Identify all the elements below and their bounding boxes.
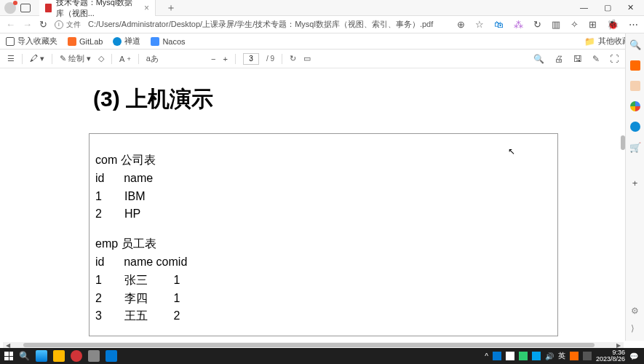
pdf-toolbar: ☰ 🖍 ▾ ✎ 绘制 ▾ ◇ A+ aあ − + / 9 ↻ ▭ 🔍 🖨 🖫 ✎… bbox=[0, 50, 644, 68]
shopping-sidebar-icon[interactable] bbox=[630, 60, 640, 71]
doc-content-box: com 公司表 id name 1 IBM 2 HP emp 员工表 id na… bbox=[89, 133, 558, 336]
tray-icon-3[interactable] bbox=[519, 352, 528, 360]
pdf-viewport[interactable]: (3) 上机演示 com 公司表 id name 1 IBM 2 HP emp … bbox=[0, 68, 624, 341]
tray-icon-2[interactable] bbox=[506, 352, 514, 360]
horizontal-scrollbar-thumb[interactable] bbox=[23, 343, 595, 347]
copilot-icon[interactable]: ⁂ bbox=[514, 19, 523, 30]
fullscreen-button[interactable]: ⛶ bbox=[610, 54, 619, 64]
more-icon[interactable]: ⋯ bbox=[629, 19, 638, 30]
tray-icon-6[interactable] bbox=[583, 352, 592, 360]
app-sidebar-icon[interactable] bbox=[630, 122, 640, 132]
page-number-input[interactable] bbox=[243, 53, 259, 65]
bookmark-gitlab[interactable]: GitLab bbox=[68, 37, 103, 46]
doc-line: emp 员工表 bbox=[95, 235, 557, 253]
doc-line: com 公司表 bbox=[95, 151, 557, 170]
address-bar: ← → ↻ i 文件 C:/Users/Administrator/Deskto… bbox=[0, 16, 644, 33]
person-sidebar-icon[interactable] bbox=[630, 81, 640, 91]
refresh-ext-icon[interactable]: ↻ bbox=[533, 19, 541, 30]
split-screen-icon[interactable]: ▥ bbox=[552, 19, 560, 30]
doc-line: 2 HP bbox=[95, 205, 557, 223]
collections-icon[interactable]: ⊞ bbox=[589, 19, 597, 30]
search-taskbar-icon[interactable]: 🔍 bbox=[19, 351, 30, 361]
doc-line: 1 张三 1 bbox=[95, 272, 557, 290]
draw-button[interactable]: ✎ 绘制 ▾ bbox=[60, 53, 91, 64]
tray-icon-1[interactable] bbox=[493, 352, 501, 360]
add-sidebar-icon[interactable]: + bbox=[632, 178, 638, 189]
sidebar-collapse-icon[interactable]: ⟩ bbox=[631, 323, 639, 333]
doc-line: 1 IBM bbox=[95, 188, 557, 206]
zendao-icon bbox=[113, 37, 122, 46]
new-tab-button[interactable]: ＋ bbox=[166, 1, 176, 15]
recorder-icon[interactable] bbox=[71, 350, 82, 362]
edge-taskbar-icon[interactable] bbox=[106, 350, 117, 362]
import-icon bbox=[6, 37, 15, 46]
text-button[interactable]: A+ bbox=[119, 55, 131, 63]
forward-button: → bbox=[23, 19, 32, 30]
search-button[interactable]: 🔍 bbox=[533, 54, 544, 64]
file-protocol-chip: i 文件 bbox=[55, 20, 81, 30]
edge-sidebar: 🔍 🛒 + ⚙ ⟩ bbox=[625, 33, 644, 341]
erase-button[interactable]: ◇ bbox=[98, 54, 104, 63]
volume-icon[interactable]: 🔊 bbox=[545, 352, 554, 360]
titlebar: 技术专题：Mysql数据库（视图... × ＋ — ▢ ✕ bbox=[0, 0, 644, 16]
save-button[interactable]: 🖫 bbox=[573, 54, 582, 64]
search-sidebar-icon[interactable]: 🔍 bbox=[629, 39, 641, 50]
page-total: / 9 bbox=[266, 55, 274, 63]
extensions-icon[interactable]: ✧ bbox=[571, 19, 579, 30]
zoom-out-button[interactable]: − bbox=[211, 55, 215, 63]
zoom-in-button[interactable]: + bbox=[223, 55, 228, 63]
read-aloud-button[interactable]: aあ bbox=[146, 53, 159, 64]
explorer-icon[interactable] bbox=[53, 350, 65, 362]
contents-button[interactable]: ☰ bbox=[7, 54, 15, 63]
windows-taskbar: 🔍 ^ 🔊 英 9:36 2023/8/26 💬 bbox=[0, 348, 644, 364]
doc-line: id name bbox=[95, 170, 557, 188]
tab-close-button[interactable]: × bbox=[144, 3, 149, 13]
ime-icon[interactable]: 英 bbox=[558, 351, 565, 361]
doc-heading: (3) 上机演示 bbox=[0, 68, 624, 133]
browser-tab[interactable]: 技术专题：Mysql数据库（视图... × bbox=[39, 0, 156, 16]
maximize-button[interactable]: ▢ bbox=[604, 3, 611, 12]
taskview-icon[interactable] bbox=[36, 350, 47, 362]
gitlab-icon bbox=[68, 37, 76, 46]
back-button[interactable]: ← bbox=[6, 19, 15, 30]
rotate-button[interactable]: ↻ bbox=[290, 54, 296, 63]
minimize-button[interactable]: — bbox=[580, 3, 588, 12]
close-window-button[interactable]: ✕ bbox=[627, 3, 634, 12]
info-icon[interactable]: i bbox=[55, 20, 63, 29]
file-label: 文件 bbox=[66, 20, 81, 30]
bookmark-nacos[interactable]: Nacos bbox=[151, 37, 185, 46]
tray-overflow[interactable]: ^ bbox=[485, 352, 488, 360]
horizontal-scrollbar[interactable]: ◀ ▶ bbox=[3, 342, 624, 348]
pdf-icon bbox=[45, 4, 52, 12]
bookmark-zendao[interactable]: 禅道 bbox=[113, 36, 140, 47]
save-as-button[interactable]: ✎ bbox=[592, 54, 600, 64]
reload-button[interactable]: ↻ bbox=[39, 19, 47, 30]
tray-icon-4[interactable] bbox=[532, 352, 541, 360]
bookmarks-bar: 导入收藏夹 GitLab 禅道 Nacos 📁其他收藏夹 bbox=[0, 33, 644, 50]
highlight-dropdown[interactable]: 🖍 ▾ bbox=[30, 54, 44, 63]
notifications-icon[interactable]: 💬 bbox=[629, 352, 638, 360]
google-sidebar-icon[interactable] bbox=[630, 101, 640, 111]
page-view-button[interactable]: ▭ bbox=[303, 54, 311, 63]
favorite-icon[interactable]: ☆ bbox=[475, 19, 484, 30]
zoom-icon[interactable]: ⊕ bbox=[457, 19, 465, 30]
cart-sidebar-icon[interactable]: 🛒 bbox=[629, 142, 641, 153]
import-bookmarks[interactable]: 导入收藏夹 bbox=[6, 36, 57, 47]
url-path[interactable]: C:/Users/Administrator/Desktop/上课录屏/学生/技… bbox=[88, 19, 450, 30]
doc-line: 3 王五 2 bbox=[95, 307, 557, 325]
tray-icon-5[interactable] bbox=[570, 352, 579, 360]
tab-title: 技术专题：Mysql数据库（视图... bbox=[56, 0, 140, 19]
sidebar-settings-icon[interactable]: ⚙ bbox=[631, 306, 639, 316]
start-button[interactable] bbox=[4, 352, 13, 360]
doc-line: 2 李四 1 bbox=[95, 290, 557, 308]
workspace-icon[interactable] bbox=[20, 4, 31, 12]
doc-line: id name comid bbox=[95, 253, 557, 272]
shopping-icon[interactable]: 🛍 bbox=[494, 19, 504, 30]
nacos-icon bbox=[151, 37, 159, 46]
app-taskbar-icon[interactable] bbox=[88, 350, 100, 362]
folder-icon: 📁 bbox=[584, 36, 595, 47]
print-button[interactable]: 🖨 bbox=[554, 54, 563, 64]
profile-avatar[interactable] bbox=[4, 2, 16, 14]
clock[interactable]: 9:36 2023/8/26 bbox=[596, 349, 625, 363]
translate-icon[interactable]: 🐞 bbox=[607, 19, 619, 30]
